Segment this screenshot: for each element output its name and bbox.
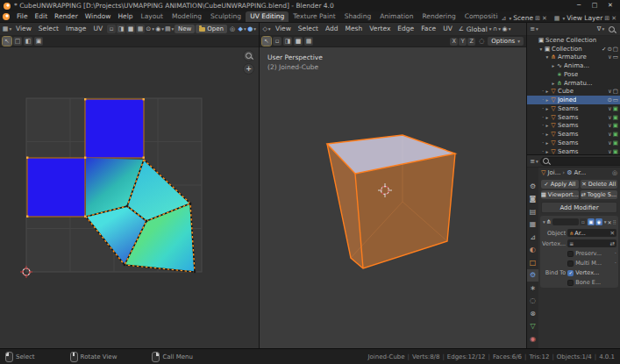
new-scene-icon[interactable]: ⊞ xyxy=(535,15,540,22)
uv-canvas[interactable]: + xyxy=(0,47,259,350)
outliner-row-seams[interactable]: ·▸▽Seams∨▣ xyxy=(527,130,620,139)
app-menu-edit[interactable]: Edit xyxy=(32,11,52,22)
scene-selector[interactable]: ⊿ ▾ Scene ⊞ ✕ xyxy=(498,14,551,22)
viewport-canvas[interactable]: User Perspective (2) Joined-Cube xyxy=(260,47,526,350)
remove-view-layer-icon[interactable]: ✕ xyxy=(611,15,616,22)
edit-mode-toggle[interactable]: ▣ xyxy=(588,218,595,225)
outliner-row-cube[interactable]: ·▸▽Cube∨▢ xyxy=(527,88,620,96)
clear-icon[interactable]: ✕ xyxy=(610,230,615,237)
app-menu-render[interactable]: Render xyxy=(51,11,82,22)
properties-tab-object[interactable]: □ xyxy=(527,256,538,269)
tab-rendering[interactable]: Rendering xyxy=(417,11,460,22)
camera-icon[interactable]: ▢ xyxy=(613,46,618,53)
chevron-icon[interactable]: ∨ xyxy=(608,122,612,129)
editor-type-icon[interactable]: ◇▾ xyxy=(262,25,271,33)
zoom-gizmo-button[interactable] xyxy=(243,50,254,61)
invert-icon[interactable]: ⇄ xyxy=(610,240,615,247)
preserve-volume-checkbox[interactable] xyxy=(567,251,574,257)
uv-select-vertex-icon[interactable]: ▫ xyxy=(107,25,116,33)
properties-tab-scene[interactable]: ⊿ xyxy=(527,231,538,244)
properties-tab-material[interactable]: ◉ xyxy=(527,332,538,346)
screen-icon[interactable]: ▭ xyxy=(613,54,618,61)
app-menu-file[interactable]: File xyxy=(13,11,32,22)
uv-overlays-icon[interactable]: ●▾ xyxy=(247,25,256,33)
breadcrumb-object[interactable]: Joi... xyxy=(547,169,560,176)
bind-vertex-groups-checkbox[interactable]: ✓ xyxy=(567,270,574,276)
mirror-y-button[interactable]: Y xyxy=(459,38,467,46)
uv-menu-uv[interactable]: UV xyxy=(89,24,106,34)
minimize-button[interactable]: ─ xyxy=(573,0,585,11)
outliner-row-seams[interactable]: ·▸▽Seams∨▣ xyxy=(527,113,620,122)
expand-icon[interactable]: ▾ xyxy=(543,219,545,225)
drag-handle-icon[interactable]: ⠿ xyxy=(613,219,616,225)
unlink-scene-icon[interactable]: ✕ xyxy=(542,15,547,22)
editor-type-icon[interactable]: ≡▾ xyxy=(530,25,538,33)
outliner-row-scene-collection[interactable]: ▣Scene Collection xyxy=(527,36,620,45)
maximize-button[interactable]: □ xyxy=(588,0,601,11)
vp-menu-mesh[interactable]: Mesh xyxy=(341,24,366,34)
image-browse-icon[interactable]: ▤▾ xyxy=(165,25,174,33)
tweak-tool-icon[interactable]: ↖ xyxy=(3,37,11,46)
eye-icon[interactable]: ⊙ xyxy=(607,96,611,103)
outliner-row-collection[interactable]: ▾▣Collection✓⊙▢ xyxy=(527,45,620,54)
animate-dot-icon[interactable]: · xyxy=(615,250,616,257)
vp-menu-edge[interactable]: Edge xyxy=(394,24,417,34)
vp-menu-vertex[interactable]: Vertex xyxy=(366,24,394,34)
filter-funnel-icon[interactable]: ∇▾ xyxy=(596,25,605,33)
mesh-select-vertex-icon[interactable]: ▫ xyxy=(273,37,281,46)
app-menu-window[interactable]: Window xyxy=(82,11,115,22)
properties-tab-world[interactable]: ◐ xyxy=(527,244,538,257)
new-view-layer-icon[interactable]: ⊞ xyxy=(604,15,609,22)
editor-type-icon[interactable]: ▦▾ xyxy=(3,25,11,33)
eye-icon[interactable]: ⊙ xyxy=(607,46,611,53)
vertex-group-picker[interactable]: ≡ ⇄ xyxy=(567,239,616,247)
greenbox-icon[interactable]: ▣ xyxy=(613,139,618,146)
tab-texture-paint[interactable]: Texture Paint xyxy=(289,11,339,22)
uv-gizmo-icon[interactable]: ◆▾ xyxy=(238,25,246,33)
greenbox-icon[interactable]: ▣ xyxy=(613,114,618,121)
select-mode-icon[interactable]: ◧ xyxy=(24,37,32,46)
select-mode-extra-icon[interactable]: ▦ xyxy=(304,37,313,46)
camera-icon[interactable]: ▢ xyxy=(613,88,618,95)
mirror-x-button[interactable]: X xyxy=(450,38,458,46)
vp-menu-add[interactable]: Add xyxy=(322,24,342,34)
properties-tab-render[interactable]: ◙ xyxy=(527,193,538,206)
proportional-edit-icon[interactable]: ◉▾ xyxy=(155,25,164,33)
sticky-select-icon[interactable]: ⊙▾ xyxy=(146,25,154,33)
properties-search-input[interactable] xyxy=(540,157,620,166)
mirror-z-button[interactable]: Z xyxy=(467,38,475,46)
options-button[interactable]: Options▾ xyxy=(488,37,524,46)
editor-type-icon[interactable]: ≡▾ xyxy=(530,157,538,166)
properties-tab-particles[interactable]: ∗ xyxy=(527,282,538,295)
bind-bone-envelopes-checkbox[interactable] xyxy=(567,280,574,286)
tab-compositing[interactable]: Compositing xyxy=(460,11,498,22)
uv-select-edge-icon[interactable]: ◨ xyxy=(117,25,125,33)
greenbox-icon[interactable]: ▣ xyxy=(613,148,618,155)
vp-menu-uv[interactable]: UV xyxy=(439,24,456,34)
delete-all-button[interactable]: ✕Delete All xyxy=(581,180,618,189)
new-image-button[interactable]: New xyxy=(175,25,195,33)
check-icon[interactable]: ✓ xyxy=(602,46,606,53)
chevron-icon[interactable]: ∨ xyxy=(608,54,612,61)
select-box-icon[interactable]: □ xyxy=(13,37,22,46)
close-button[interactable]: ✕ xyxy=(604,0,616,11)
add-modifier-button[interactable]: Add Modifier xyxy=(541,202,617,213)
screen-icon[interactable]: ▭ xyxy=(613,96,618,103)
properties-tab-data[interactable]: ▽ xyxy=(527,320,538,333)
tab-uv-editing[interactable]: UV Editing xyxy=(246,11,289,22)
falloff-icon[interactable]: ◌ xyxy=(477,37,486,46)
uv-menu-image[interactable]: Image xyxy=(62,24,90,34)
viewport-toggle-button[interactable]: ▦Viewport... xyxy=(541,190,579,199)
mesh-select-face-icon[interactable]: ■ xyxy=(294,37,303,46)
vp-menu-view[interactable]: View xyxy=(272,24,295,34)
greenbox-icon[interactable]: ▣ xyxy=(613,105,618,112)
vp-menu-select[interactable]: Select xyxy=(295,24,322,34)
uv-select-island-icon[interactable]: ▦ xyxy=(136,25,145,33)
pan-gizmo-button[interactable]: + xyxy=(243,63,254,75)
outliner-row-anima[interactable]: ▸∿Anima... xyxy=(527,61,620,70)
chevron-icon[interactable]: ∨ xyxy=(608,131,612,138)
tab-shading[interactable]: Shading xyxy=(340,11,375,22)
tweak-tool-icon[interactable]: ↖ xyxy=(262,37,271,46)
outliner-row-armatu[interactable]: ▸⋔Armatu... xyxy=(527,79,620,88)
chevron-icon[interactable]: ∨ xyxy=(608,148,612,155)
